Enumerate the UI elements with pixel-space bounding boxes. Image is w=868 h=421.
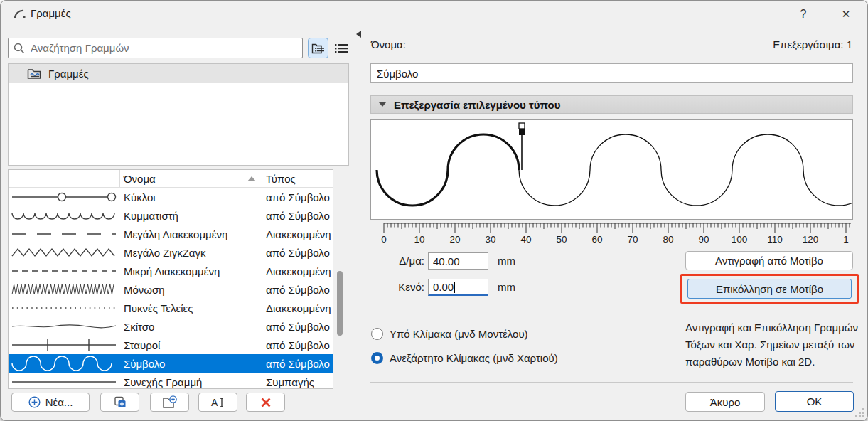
panel-collapse-icon[interactable] <box>356 31 361 38</box>
sort-ascending-icon <box>247 176 256 181</box>
magnifier-icon <box>14 43 25 54</box>
search-input[interactable] <box>29 41 302 55</box>
resize-grip[interactable] <box>854 407 864 417</box>
tree-item-lines[interactable]: Γραμμές <box>9 64 348 83</box>
gap-input[interactable]: 0.00 <box>428 279 488 296</box>
help-button[interactable]: ? <box>793 5 813 23</box>
name-column-header[interactable]: Όνομα <box>119 170 262 187</box>
arc-line-icon <box>13 7 27 24</box>
row-type: Συμπαγής <box>262 376 333 388</box>
scale-radio-group: Υπό Κλίμακα (μνδ Μοντέλου)Ανεξάρτητο Κλί… <box>371 328 558 364</box>
svg-text:100: 100 <box>732 234 748 243</box>
new-folder-button[interactable] <box>150 393 189 412</box>
line-sample-zigzag <box>11 243 117 262</box>
paste-to-pattern-button[interactable]: Επικόλληση σε Μοτίβο <box>687 279 852 299</box>
line-table-body: Κύκλοιαπό ΣύμβολοΚυμματιστήαπό ΣύμβολοΜε… <box>9 188 333 389</box>
ruler: 01020304050607080901001101201 <box>370 222 853 243</box>
table-row[interactable]: Σκίτσοαπό Σύμβολο <box>9 317 333 336</box>
line-sample-crosses <box>11 336 117 354</box>
svg-text:110: 110 <box>767 234 783 243</box>
tree-view-toggle[interactable] <box>308 38 328 58</box>
rename-button[interactable]: A <box>198 393 237 412</box>
table-row[interactable]: Μικρή ΔιακεκομμένηΔιακεκομμένη <box>9 262 333 280</box>
cancel-button[interactable]: Άκυρο <box>685 392 765 412</box>
editable-count: Επεξεργάσιμα: 1 <box>773 38 852 50</box>
svg-text:A: A <box>211 397 218 408</box>
duplicate-icon <box>113 395 127 410</box>
table-row[interactable]: Συνεχής ΓραμμήΣυμπαγής <box>9 373 333 389</box>
lines-folder-icon <box>27 68 43 80</box>
row-name: Σκίτσο <box>119 321 262 333</box>
line-sample-insulation <box>11 280 117 299</box>
dash-end-marker-handle <box>519 123 525 170</box>
rename-text-cursor-icon: A <box>210 396 227 409</box>
dash-length-label: Δ/μα: <box>370 255 424 267</box>
svg-text:30: 30 <box>485 234 495 243</box>
line-pattern-preview[interactable] <box>370 119 853 220</box>
row-name: Σταυροί <box>119 339 262 351</box>
name-label: Όνομα: <box>371 38 406 50</box>
row-type: από Σύμβολο <box>262 210 333 222</box>
type-column-header[interactable]: Τύπος <box>262 170 333 187</box>
row-name: Κυμματιστή <box>119 210 262 222</box>
row-type: από Σύμβολο <box>262 284 333 296</box>
table-header: Όνομα Τύπος <box>9 170 333 188</box>
copy-from-pattern-button[interactable]: Αντιγραφή από Μοτίβο <box>685 251 853 270</box>
row-name: Πυκνές Τελείες <box>119 302 262 314</box>
row-name: Σύμβολο <box>119 358 262 370</box>
row-name: Μόνωση <box>119 284 262 296</box>
svg-text:20: 20 <box>449 234 460 243</box>
svg-text:80: 80 <box>663 234 673 243</box>
search-box[interactable] <box>8 38 303 58</box>
list-view-toggle[interactable] <box>331 38 351 58</box>
scale-radio-option[interactable]: Ανεξάρτητο Κλίμακας (μνδ Χαρτιού) <box>371 352 558 364</box>
table-row[interactable]: Κυμματιστήαπό Σύμβολο <box>9 206 333 225</box>
edit-section-header[interactable]: Επεξεργασία επιλεγμένου τύπου <box>370 95 853 114</box>
duplicate-button[interactable] <box>100 393 139 412</box>
wave-selected-segment <box>377 134 519 206</box>
line-sample-sketch <box>11 317 117 336</box>
dash-unit-label: mm <box>498 255 515 267</box>
new-line-button[interactable]: Νέα... <box>11 393 90 412</box>
row-type: από Σύμβολο <box>262 339 333 351</box>
delete-button[interactable] <box>246 393 285 412</box>
svg-text:0: 0 <box>381 234 387 243</box>
ok-button[interactable]: OK <box>775 391 854 412</box>
table-row[interactable]: Σύμβολοαπό Σύμβολο <box>9 354 333 373</box>
title-bar: Γραμμές ? ✕ <box>1 1 867 28</box>
radio-icon[interactable] <box>371 352 383 364</box>
table-row[interactable]: Μεγάλο ΖιγκΖαγκαπό Σύμβολο <box>9 243 333 262</box>
row-type: από Σύμβολο <box>262 321 333 333</box>
line-sample-long-dash <box>11 225 117 243</box>
line-name-input[interactable] <box>370 63 853 83</box>
table-row[interactable]: Μόνωσηαπό Σύμβολο <box>9 280 333 299</box>
row-name: Συνεχής Γραμμή <box>119 376 262 388</box>
gap-label: Κενό: <box>370 281 424 293</box>
lines-dialog: Γραμμές ? ✕ <box>0 0 868 421</box>
close-button[interactable]: ✕ <box>836 5 856 23</box>
svg-text:50: 50 <box>556 234 567 243</box>
svg-text:60: 60 <box>591 234 602 243</box>
table-row[interactable]: Πυκνές ΤελείεςΔιακεκομμένη <box>9 299 333 317</box>
svg-text:90: 90 <box>698 234 709 243</box>
table-row[interactable]: Μεγάλη ΔιακεκομμένηΔιακεκομμένη <box>9 225 333 243</box>
row-type: από Σύμβολο <box>262 247 333 259</box>
svg-text:1: 1 <box>843 234 849 243</box>
svg-text:10: 10 <box>414 234 424 243</box>
svg-text:40: 40 <box>520 234 531 243</box>
table-row[interactable]: Κύκλοιαπό Σύμβολο <box>9 188 333 206</box>
svg-text:70: 70 <box>627 234 638 243</box>
line-sample-dots <box>11 299 117 317</box>
scale-radio-option[interactable]: Υπό Κλίμακα (μνδ Μοντέλου) <box>371 328 558 340</box>
table-row[interactable]: Σταυροίαπό Σύμβολο <box>9 336 333 354</box>
footer-divider <box>370 382 853 383</box>
triangle-down-icon <box>379 102 386 107</box>
row-name: Κύκλοι <box>119 191 262 203</box>
line-sample-symbol-wave <box>11 354 117 373</box>
tree-item-label: Γραμμές <box>48 68 89 80</box>
dash-length-input[interactable] <box>428 252 488 270</box>
plus-circle-icon <box>28 396 41 408</box>
table-scrollbar[interactable] <box>337 271 343 336</box>
radio-icon[interactable] <box>371 328 383 340</box>
row-type: Διακεκομμένη <box>262 265 333 277</box>
